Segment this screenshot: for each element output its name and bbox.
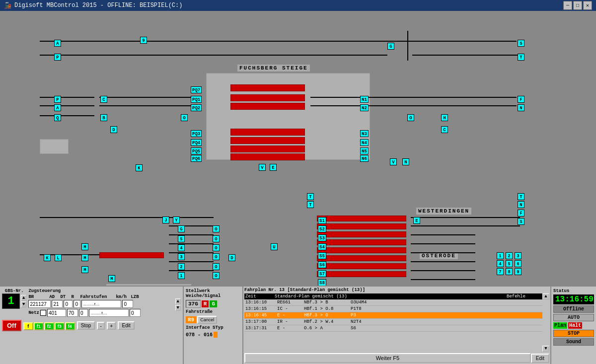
status-sound[interactable]: Sound [553,338,594,346]
fp-row-0[interactable]: 13:16:10 RE661 NBf.3 > B O3U4M4 [244,299,542,306]
label-N4[interactable]: N4 [360,139,369,146]
label-S7s[interactable]: S7 [318,270,326,277]
netz-num-input[interactable] [47,309,66,317]
label-S1t[interactable]: S [518,40,524,47]
cancel-button[interactable]: Cancel [197,316,217,324]
edit-button-gbs[interactable]: Edit [118,321,134,330]
ad-input[interactable] [52,300,63,308]
label-n5[interactable]: 5 [506,260,513,267]
label-N2[interactable]: N2 [360,104,369,111]
label-PQ2[interactable]: PQ2 [191,104,202,111]
label-n456[interactable]: 4 [497,260,504,267]
label-K2[interactable]: K [44,254,51,261]
label-O2[interactable]: O [407,114,414,121]
fp-scroll-down[interactable]: ▼ [542,346,549,352]
label-T1t[interactable]: T [518,54,524,61]
label-PQ7[interactable]: PQ7 [191,86,202,93]
f2-button[interactable]: f2 [44,322,54,330]
label-Fn[interactable]: F [518,210,524,217]
edit-button-fp[interactable]: Edit [531,354,549,363]
maximize-button[interactable]: □ [573,1,582,10]
label-J1[interactable]: J [162,217,169,223]
plus-button[interactable]: + [107,322,116,330]
label-D2[interactable]: D [228,254,235,261]
label-L1[interactable]: L [55,254,62,261]
label-1a[interactable]: 1 [178,272,185,279]
fp-row-3[interactable]: 13:17:00 IR - HBf.2 > W.4 N2T4 [244,319,542,325]
label-Y1[interactable]: Y [173,217,180,223]
fp-row-2[interactable]: 13:16:45 E - HBf.3 > O P3 [244,312,542,319]
label-S6s[interactable]: S6 [318,261,326,268]
weiter-button[interactable]: Weiter F5 [244,353,531,363]
label-N6[interactable]: N6 [360,155,369,162]
label-PQ5[interactable]: PQ5 [191,147,202,154]
label-M4[interactable]: M [108,275,115,282]
label-9b[interactable]: 9 [140,37,147,44]
dt-input[interactable] [64,300,73,308]
label-n9[interactable]: 9 [515,268,522,275]
stop-button[interactable]: Stop [77,321,95,330]
r9-btn[interactable]: R9 [186,316,196,323]
label-4a[interactable]: 4 [178,244,185,251]
label-S3s[interactable]: S3 [318,234,326,241]
label-N5[interactable]: N5 [360,147,369,154]
label-O1[interactable]: O [181,114,188,121]
label-V1[interactable]: V [259,164,266,171]
label-O4[interactable]: O [213,235,220,242]
label-O3[interactable]: O [213,225,220,232]
label-S4s[interactable]: S4 [318,243,326,250]
track-diagram[interactable]: FUCHSBERG STEIGE WESTERDINGEN OSTERODE F… [0,11,596,296]
label-S5s[interactable]: S5 [318,252,326,259]
label-PQ4[interactable]: PQ4 [191,139,202,146]
input-scroll-down[interactable]: ▼ [175,305,181,311]
label-E1[interactable]: E [270,164,277,171]
status-plan[interactable]: Plan [553,322,567,329]
label-PQ6[interactable]: PQ6 [191,155,202,162]
label-O8[interactable]: O [213,272,220,279]
label-O6[interactable]: O [213,253,220,260]
off-button[interactable]: Off [2,320,21,331]
close-button[interactable]: ✕ [583,1,592,10]
label-Nn[interactable]: N [518,201,524,208]
fahrplan-scrollbar[interactable]: ▲ ▼ [542,293,549,352]
fp-row-1[interactable]: 13:16:15 IC - HBf.1 > O.8 P1T8 [244,306,542,312]
label-G1[interactable]: G [387,43,394,50]
label-N1r[interactable]: N [518,104,524,111]
label-C2r[interactable]: C [441,126,448,133]
f1-button[interactable]: f1 [34,322,44,330]
fp-row-4[interactable]: 13:17:31 E - O.6 > A S6 [244,325,542,332]
label-n123[interactable]: 1 [497,252,504,259]
label-M1[interactable]: M [81,243,88,250]
label-D1[interactable]: D [110,126,117,133]
label-K1[interactable]: K [136,164,143,171]
label-B1[interactable]: B [100,114,107,121]
label-O5[interactable]: O [213,244,220,251]
fahrstufen-input[interactable] [81,300,121,308]
label-N6r[interactable]: N [402,158,409,165]
label-C1[interactable]: C [100,96,107,103]
fp-scroll-up[interactable]: ▲ [542,293,549,299]
minus-button[interactable]: - [97,322,105,330]
label-PQ3[interactable]: PQ3 [191,130,202,137]
label-E2[interactable]: E [413,217,420,224]
gbs-up-arrow[interactable]: ▲ [21,295,26,301]
gbs-down-arrow[interactable]: ▼ [21,301,26,307]
netz-fahrstufen-input[interactable] [89,309,129,317]
netz-v2-input[interactable] [79,309,88,317]
label-Sn[interactable]: S [518,218,524,225]
status-stop[interactable]: STOP [553,330,594,337]
label-N3[interactable]: N3 [360,130,369,137]
f4-button[interactable]: f4 [65,322,75,330]
label-PQ1[interactable]: PQ1 [191,96,202,103]
f3-button[interactable]: f3 [55,322,65,330]
label-P2[interactable]: P [54,96,61,103]
netz-checkbox[interactable] [40,310,46,316]
netz-kmh-input[interactable] [130,309,141,317]
g-indicator[interactable]: G [210,300,217,307]
status-halt[interactable]: Halt [568,322,582,329]
label-n3[interactable]: 3 [515,252,522,259]
label-Tn[interactable]: T [518,193,524,200]
label-N1[interactable]: N1 [360,96,369,103]
label-S8s[interactable]: S8 [318,279,326,286]
label-V2[interactable]: V [390,158,397,165]
